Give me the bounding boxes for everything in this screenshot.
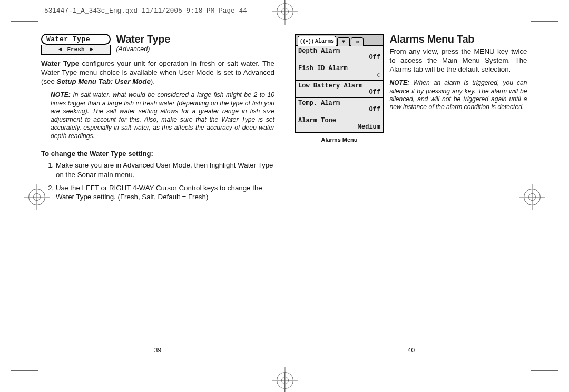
lcd-row-lowbat: Low Battery Alarm Off	[296, 81, 383, 98]
widget-value-row: ◄ Fresh ►	[41, 45, 111, 55]
lcd-row-fish: Fish ID Alarm ◯	[296, 63, 383, 81]
right-paragraph: From any view, press the MENU key twice …	[389, 47, 527, 74]
spare-tab-2: ▭	[351, 37, 364, 46]
sound-icon: ((●))	[300, 39, 314, 44]
lcd-caption: Alarms Menu	[295, 136, 384, 143]
widget-title: Water Type	[41, 34, 111, 45]
left-subhead: (Advanced)	[116, 45, 170, 53]
spare-tab-1: ▼	[337, 37, 350, 46]
steps-list: Make sure you are in Advanced User Mode,…	[41, 161, 274, 201]
left-note: NOTE: In salt water, what would be consi…	[51, 91, 274, 140]
book-spread: Water Type ◄ Fresh ► Water Type (Advance…	[41, 34, 528, 360]
step-1: Make sure you are in Advanced User Mode,…	[56, 161, 274, 179]
left-arrow-icon: ◄	[58, 46, 62, 53]
right-heading: Alarms Menu Tab	[389, 34, 527, 45]
right-page-number: 40	[295, 347, 528, 354]
left-page-number: 39	[41, 347, 274, 354]
left-section-subhead: To change the Water Type setting:	[41, 150, 274, 158]
left-page: Water Type ◄ Fresh ► Water Type (Advance…	[41, 34, 274, 354]
water-type-widget: Water Type ◄ Fresh ►	[41, 34, 111, 55]
print-slug: 531447-1_A_343c_Eng.qxd 11/11/2005 9:18 …	[44, 7, 247, 15]
left-paragraph: Water Type configures your unit for oper…	[41, 59, 274, 86]
step-2: Use the LEFT or RIGHT 4-WAY Cursor Contr…	[56, 183, 274, 202]
left-heading-block: Water Type (Advanced)	[116, 34, 170, 53]
lcd-row-temp: Temp. Alarm Off	[296, 98, 383, 115]
lcd-row-tone: Alarm Tone Medium	[296, 115, 383, 132]
right-arrow-icon: ►	[90, 46, 94, 53]
fish-icon: ◯	[377, 72, 380, 78]
left-heading: Water Type	[116, 34, 170, 45]
alarms-tab: ((●)) Alarms	[298, 36, 336, 46]
lcd-tab-bar: ((●)) Alarms ▼ ▭	[296, 35, 383, 46]
alarms-lcd-widget: ((●)) Alarms ▼ ▭ Depth Alarm Off Fish ID…	[295, 34, 384, 143]
widget-value: Fresh	[67, 46, 84, 53]
right-note: NOTE: When an alarm is triggered, you ca…	[389, 79, 527, 112]
right-page: ((●)) Alarms ▼ ▭ Depth Alarm Off Fish ID…	[295, 34, 528, 354]
lcd-row-depth: Depth Alarm Off	[296, 46, 383, 63]
